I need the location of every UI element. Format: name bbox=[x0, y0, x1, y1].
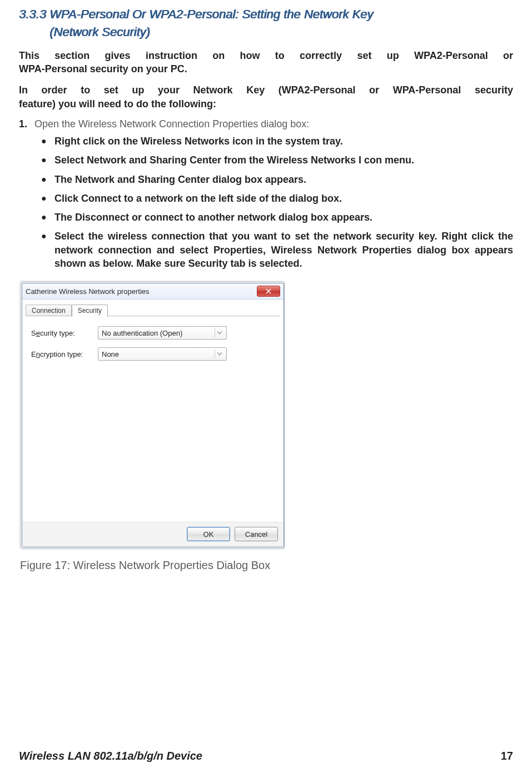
bullet-list: ●Right click on the Wireless Networks ic… bbox=[41, 134, 513, 276]
intro-paragraph-2: In order to set up your Network Key (WPA… bbox=[19, 83, 513, 111]
security-type-select[interactable]: No authentication (Open) bbox=[98, 326, 227, 340]
encryption-type-select[interactable]: None bbox=[98, 347, 227, 361]
list-item: ●Select the wireless connection that you… bbox=[41, 230, 513, 270]
section-title: WPA-Personal Or WPA2-Personal: Setting t… bbox=[49, 6, 373, 41]
encryption-type-value: None bbox=[102, 350, 119, 358]
bullet-icon: ● bbox=[41, 211, 54, 224]
list-item: ●Select Network and Sharing Center from … bbox=[41, 153, 513, 167]
ok-button[interactable]: OK bbox=[187, 527, 230, 541]
tab-security[interactable]: Security bbox=[72, 305, 108, 317]
dialog-title-text: Catherine Wireless Network properties bbox=[26, 287, 150, 296]
encryption-type-label: Encryption type: bbox=[31, 350, 98, 358]
cancel-button[interactable]: Cancel bbox=[235, 527, 278, 541]
section-number: 3.3.3 bbox=[19, 6, 49, 41]
security-type-label: Security type: bbox=[31, 329, 98, 337]
footer-doc-title: Wireless LAN 802.11a/b/g/n Device bbox=[19, 750, 202, 762]
close-button[interactable] bbox=[257, 286, 280, 297]
document-page: 3.3.3 WPA-Personal Or WPA2-Personal: Set… bbox=[0, 0, 532, 778]
security-tab-pane: Security type: No authentication (Open) … bbox=[26, 316, 280, 521]
step-1: 1. Open the Wireless Network Connection … bbox=[19, 118, 513, 130]
security-type-row: Security type: No authentication (Open) bbox=[31, 326, 275, 340]
intro-paragraph-1: This section gives instruction on how to… bbox=[19, 49, 513, 76]
step-number: 1. bbox=[19, 118, 34, 130]
bullet-icon: ● bbox=[41, 230, 54, 270]
wireless-properties-dialog: Catherine Wireless Network properties Co… bbox=[22, 283, 284, 547]
list-item: ●The Network and Sharing Center dialog b… bbox=[41, 173, 513, 186]
bullet-icon: ● bbox=[41, 192, 54, 205]
chevron-down-icon bbox=[215, 350, 224, 358]
bullet-icon: ● bbox=[41, 134, 54, 148]
close-icon bbox=[266, 288, 271, 294]
tab-connection[interactable]: Connection bbox=[26, 305, 72, 317]
dialog-titlebar[interactable]: Catherine Wireless Network properties bbox=[22, 283, 284, 300]
list-item: ●The Disconnect or connect to another ne… bbox=[41, 211, 513, 224]
bullet-icon: ● bbox=[41, 173, 54, 186]
dialog-button-bar: OK Cancel bbox=[22, 522, 284, 547]
dialog-screenshot: Catherine Wireless Network properties Co… bbox=[20, 281, 285, 549]
encryption-type-row: Encryption type: None bbox=[31, 347, 275, 361]
security-type-value: No authentication (Open) bbox=[102, 329, 182, 337]
bullet-icon: ● bbox=[41, 153, 54, 167]
page-footer: Wireless LAN 802.11a/b/g/n Device 17 bbox=[19, 750, 513, 762]
section-heading: 3.3.3 WPA-Personal Or WPA2-Personal: Set… bbox=[19, 6, 513, 41]
step-text: Open the Wireless Network Connection Pro… bbox=[34, 118, 513, 130]
list-item: ●Right click on the Wireless Networks ic… bbox=[41, 134, 513, 148]
tab-strip: Connection Security bbox=[22, 300, 284, 316]
list-item: ●Click Connect to a network on the left … bbox=[41, 192, 513, 205]
figure-caption: Figure 17: Wireless Network Properties D… bbox=[20, 559, 513, 572]
footer-page-number: 17 bbox=[501, 750, 513, 762]
chevron-down-icon bbox=[215, 328, 224, 337]
